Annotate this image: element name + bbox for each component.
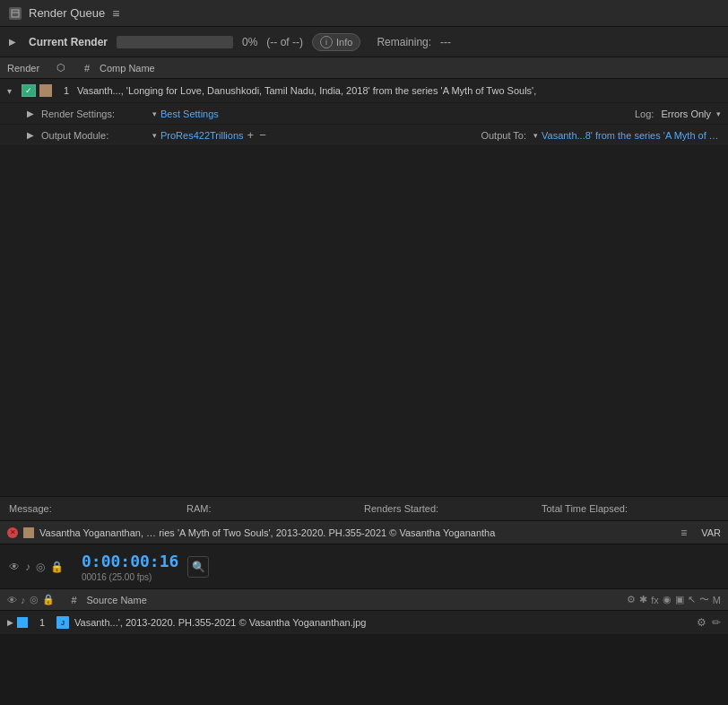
panel-color-swatch xyxy=(23,527,34,538)
render-settings-row: ▶ Render Settings: ▾ Best Settings Log: … xyxy=(0,102,728,124)
item-number: 1 xyxy=(56,85,77,96)
log-label: Log: xyxy=(635,109,654,119)
source-edit-icon[interactable]: ✏ xyxy=(712,616,721,629)
output-to-label: Output To: xyxy=(481,130,526,141)
message-label: Message: xyxy=(9,503,186,514)
settings-expand-icon[interactable]: ▶ xyxy=(27,109,34,118)
close-panel-button[interactable]: ✕ xyxy=(7,527,18,538)
output-module-value[interactable]: ProRes422Trillions xyxy=(160,130,244,141)
bottom-panel-header: ✕ Vasantha Yogananthan, … ries 'A Myth o… xyxy=(0,521,728,544)
remaining-value: --- xyxy=(440,36,451,48)
src-lock-icon[interactable]: 🔒 xyxy=(42,594,55,605)
queue-item-main-row: ▾ ✓ 1 Vasanth..., 'Longing for Love, Dan… xyxy=(0,79,728,102)
src-cursor-icon[interactable]: ↖ xyxy=(688,594,696,605)
source-color-swatch xyxy=(17,617,28,628)
src-eye-icon[interactable]: 👁 xyxy=(7,595,17,605)
info-button[interactable]: i Info xyxy=(312,33,360,51)
source-row: ▶ 1 J Vasanth...', 2013-2020. PH.355-202… xyxy=(0,611,728,634)
src-fx2-icon[interactable]: fx xyxy=(651,595,659,605)
status-bar: Message: RAM: Renders Started: Total Tim… xyxy=(0,496,728,521)
item-expand-arrow[interactable]: ▾ xyxy=(7,86,22,96)
checkbox-check-icon: ✓ xyxy=(25,86,32,95)
of-text: (-- of --) xyxy=(266,36,303,48)
output-module-label: Output Module: xyxy=(41,130,149,141)
current-render-bar: ▶ Current Render 0% (-- of --) i Info Re… xyxy=(0,27,728,57)
lock-icon[interactable]: 🔒 xyxy=(50,561,64,573)
search-button[interactable]: 🔍 xyxy=(187,556,209,578)
remove-output-icon[interactable]: − xyxy=(259,128,266,142)
frame-info: 00016 (25.00 fps) xyxy=(82,572,178,582)
source-switch-icon[interactable]: ⚙ xyxy=(697,616,706,629)
src-wave-icon[interactable]: 〜 xyxy=(699,593,709,606)
column-headers: Render ⬡ # Comp Name xyxy=(0,57,728,79)
item-comp-name: Vasanth..., 'Longing for Love, Danushkod… xyxy=(77,85,721,96)
main-content-area xyxy=(0,146,728,496)
title-bar: Render Queue ≡ xyxy=(0,0,728,27)
search-icon: 🔍 xyxy=(192,561,205,573)
col-render-header: Render xyxy=(7,63,56,74)
col-comp-header: Comp Name xyxy=(100,63,721,74)
col-num-header: # xyxy=(74,63,100,74)
src-more-icon[interactable]: M xyxy=(713,595,721,605)
svg-rect-0 xyxy=(12,10,19,17)
render-settings-label: Render Settings: xyxy=(41,109,149,119)
output-to-dropdown-icon[interactable]: ▾ xyxy=(533,131,538,140)
source-headers: 👁 ♪ ◎ 🔒 # Source Name ⚙ ✱ fx ◉ ▣ ↖ 〜 M xyxy=(0,589,728,611)
expand-arrow-icon[interactable]: ▶ xyxy=(9,37,16,47)
log-dropdown-icon[interactable]: ▾ xyxy=(716,109,721,118)
src-fx-icon[interactable]: ⚙ xyxy=(627,594,636,605)
src-asterisk-icon[interactable]: ✱ xyxy=(639,594,647,605)
info-circle-icon: i xyxy=(320,36,333,48)
src-square-icon[interactable]: ▣ xyxy=(675,594,684,605)
window-title: Render Queue xyxy=(29,6,105,20)
settings-dropdown-icon[interactable]: ▾ xyxy=(152,109,157,118)
timecode-display: 0:00:00:16 xyxy=(82,552,178,570)
source-col-num-header: # xyxy=(62,595,87,605)
remaining-label: Remaining: xyxy=(377,36,431,48)
item-checkbox[interactable]: ✓ xyxy=(22,84,36,97)
source-file-name: Vasanth...', 2013-2020. PH.355-2021 © Va… xyxy=(74,617,693,628)
col-tag-header: ⬡ xyxy=(56,62,74,74)
source-expand-icon[interactable]: ▶ xyxy=(7,618,13,627)
panel-menu-icon[interactable]: ≡ xyxy=(680,527,687,539)
log-value[interactable]: Errors Only xyxy=(661,109,711,119)
src-solo-icon[interactable]: ◎ xyxy=(30,594,39,605)
output-expand-icon[interactable]: ▶ xyxy=(27,130,34,140)
queue-item: ▾ ✓ 1 Vasanth..., 'Longing for Love, Dan… xyxy=(0,79,728,146)
source-row-num: 1 xyxy=(31,617,53,628)
progress-percent: 0% xyxy=(242,36,257,48)
source-col-name-header: Source Name xyxy=(87,595,628,605)
panel-right-label: VAR xyxy=(701,527,721,538)
source-tool-icons: 👁 ♪ ◎ 🔒 xyxy=(7,594,55,605)
renders-started-label: Renders Started: xyxy=(364,503,542,514)
source-right-icons: ⚙ ✱ fx ◉ ▣ ↖ 〜 M xyxy=(627,593,721,606)
output-dropdown-icon[interactable]: ▾ xyxy=(152,131,157,140)
solo-icon[interactable]: ◎ xyxy=(36,561,45,573)
source-row-tools: ⚙ ✏ xyxy=(697,616,721,629)
src-audio-icon[interactable]: ♪ xyxy=(21,595,26,605)
current-render-label: Current Render xyxy=(29,36,108,48)
eye-icon[interactable]: 👁 xyxy=(9,561,20,573)
add-output-icon[interactable]: + xyxy=(247,128,255,142)
audio-icon[interactable]: ♪ xyxy=(25,561,30,573)
info-label: Info xyxy=(336,37,352,48)
output-to-value[interactable]: Vasanth...8' from the series 'A Myth of … xyxy=(542,130,721,141)
item-color-swatch xyxy=(39,84,52,97)
panel-item-name: Vasantha Yogananthan, … ries 'A Myth of … xyxy=(39,527,675,538)
src-circle-icon[interactable]: ◉ xyxy=(663,594,672,605)
output-module-row: ▶ Output Module: ▾ ProRes422Trillions + … xyxy=(0,124,728,145)
ram-label: RAM: xyxy=(186,503,364,514)
menu-icon[interactable]: ≡ xyxy=(112,6,119,21)
render-settings-value[interactable]: Best Settings xyxy=(160,109,219,119)
app-icon xyxy=(9,7,22,20)
source-file-icon: J xyxy=(56,616,69,629)
total-time-label: Total Time Elapsed: xyxy=(542,503,719,514)
progress-bar xyxy=(117,36,233,48)
timeline-area: 👁 ♪ ◎ 🔒 0:00:00:16 00016 (25.00 fps) 🔍 xyxy=(0,544,728,589)
